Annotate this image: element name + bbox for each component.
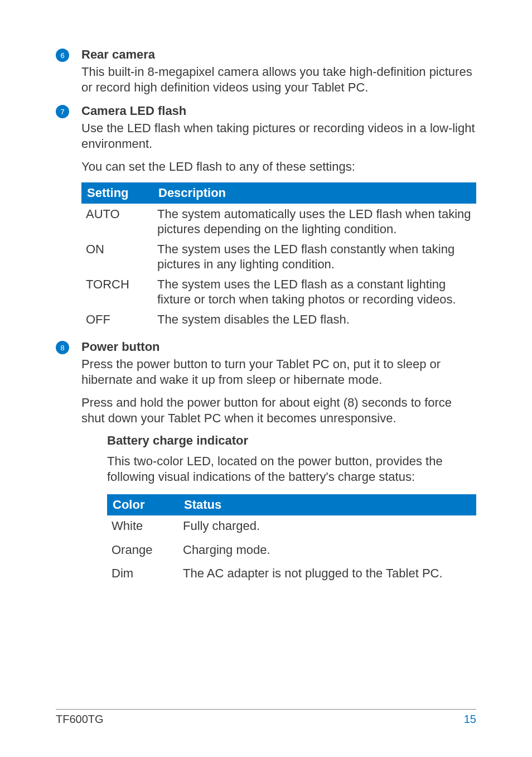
item-title: Power button bbox=[81, 340, 476, 354]
table-row: OFF The system disables the LED flash. bbox=[81, 309, 476, 329]
table-row: White Fully charged. bbox=[107, 515, 476, 539]
table-cell: Fully charged. bbox=[178, 515, 476, 539]
item-title: Rear camera bbox=[81, 47, 476, 62]
item-title: Camera LED flash bbox=[81, 104, 476, 118]
item-6: 6 Rear camera This built-in 8-megapixel … bbox=[56, 47, 476, 103]
table-cell: The system uses the LED flash constantly… bbox=[153, 239, 476, 274]
sub-text: This two-color LED, located on the power… bbox=[107, 454, 476, 484]
led-flash-table: Setting Description AUTO The system auto… bbox=[81, 182, 476, 329]
item-paragraph: This built-in 8-megapixel camera allows … bbox=[81, 64, 476, 95]
table-cell: The system automatically uses the LED fl… bbox=[153, 204, 476, 239]
table-header-color: Color bbox=[107, 494, 178, 515]
sub-title: Battery charge indicator bbox=[107, 433, 476, 448]
table-cell: The system disables the LED flash. bbox=[153, 309, 476, 329]
table-row: AUTO The system automatically uses the L… bbox=[81, 204, 476, 239]
table-cell: ON bbox=[81, 239, 153, 274]
table-cell: TORCH bbox=[81, 274, 153, 309]
table-cell: Dim bbox=[107, 563, 178, 587]
item-paragraph: Use the LED flash when taking pictures o… bbox=[81, 120, 476, 151]
table-header-setting: Setting bbox=[81, 182, 153, 204]
table-cell: Charging mode. bbox=[178, 539, 476, 563]
battery-subsection: Battery charge indicator This two-color … bbox=[107, 433, 476, 587]
callout-badge-7: 7 bbox=[56, 105, 69, 118]
footer-model: TF600TG bbox=[56, 713, 104, 726]
item-paragraph: You can set the LED flash to any of thes… bbox=[81, 159, 476, 175]
callout-badge-6: 6 bbox=[56, 49, 69, 62]
table-cell: The system uses the LED flash as a const… bbox=[153, 274, 476, 309]
page-content: 6 Rear camera This built-in 8-megapixel … bbox=[0, 0, 532, 597]
battery-table: Color Status White Fully charged. Orange… bbox=[107, 494, 476, 587]
item-8: 8 Power button Press the power button to… bbox=[56, 340, 476, 597]
table-cell: The AC adapter is not plugged to the Tab… bbox=[178, 563, 476, 587]
table-row: TORCH The system uses the LED flash as a… bbox=[81, 274, 476, 309]
callout-badge-8: 8 bbox=[56, 341, 69, 354]
item-7: 7 Camera LED flash Use the LED flash whe… bbox=[56, 104, 476, 339]
item-paragraph: Press and hold the power button for abou… bbox=[81, 395, 476, 426]
table-cell: AUTO bbox=[81, 204, 153, 239]
footer-page-number: 15 bbox=[464, 713, 476, 726]
table-header-status: Status bbox=[178, 494, 476, 515]
table-row: Orange Charging mode. bbox=[107, 539, 476, 563]
table-row: ON The system uses the LED flash constan… bbox=[81, 239, 476, 274]
table-header-description: Description bbox=[153, 182, 476, 204]
table-cell: Orange bbox=[107, 539, 178, 563]
table-row: Dim The AC adapter is not plugged to the… bbox=[107, 563, 476, 587]
page-footer: TF600TG 15 bbox=[56, 709, 476, 726]
table-cell: White bbox=[107, 515, 178, 539]
table-cell: OFF bbox=[81, 309, 153, 329]
item-paragraph: Press the power button to turn your Tabl… bbox=[81, 356, 476, 387]
